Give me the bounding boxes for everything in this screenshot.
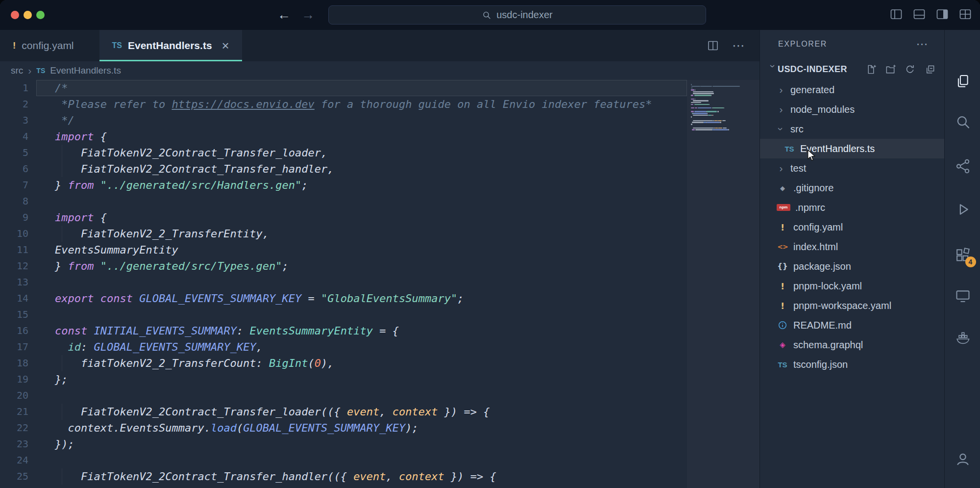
code-lines: 1/*2 *Please refer to https://docs.envio… xyxy=(0,80,760,488)
code-token xyxy=(133,292,139,305)
code-token: event xyxy=(353,470,386,483)
code-line[interactable]: 21 FiatTokenV2_2Contract_Transfer_loader… xyxy=(0,404,760,420)
code-text: }; xyxy=(36,371,687,387)
run-activity-icon[interactable] xyxy=(955,201,971,218)
code-line[interactable]: 23}); xyxy=(0,436,760,452)
close-window-button[interactable] xyxy=(11,11,19,19)
code-line[interactable]: 13 xyxy=(0,274,760,290)
tree-item-test[interactable]: ›test xyxy=(760,158,944,178)
tree-item-pnpm-lock.yaml[interactable]: !pnpm-lock.yaml xyxy=(760,276,944,296)
customize-layout-icon[interactable] xyxy=(958,7,972,21)
back-arrow-icon[interactable]: ← xyxy=(277,7,291,23)
toggle-right-sidebar-icon[interactable] xyxy=(935,7,949,21)
toggle-panel-icon[interactable] xyxy=(912,7,926,21)
tree-item-src[interactable]: ›src xyxy=(760,119,944,139)
code-line[interactable]: 4import { xyxy=(0,128,760,145)
code-token: } xyxy=(55,179,68,191)
code-line[interactable]: 8 xyxy=(0,193,760,209)
split-editor-icon[interactable] xyxy=(707,39,719,52)
tree-item-.gitignore[interactable]: ◆.gitignore xyxy=(760,178,944,198)
line-number: 14 xyxy=(0,290,36,307)
network-activity-icon[interactable] xyxy=(955,158,971,175)
extensions-activity-icon[interactable]: 4 xyxy=(955,247,971,263)
tree-item-generated[interactable]: ›generated xyxy=(760,80,944,100)
code-line[interactable]: 2 *Please refer to https://docs.envio.de… xyxy=(0,96,760,112)
new-folder-icon[interactable] xyxy=(885,64,896,75)
code-line[interactable]: 9import { xyxy=(0,209,760,226)
code-line[interactable]: 15 xyxy=(0,307,760,323)
account-activity-icon[interactable] xyxy=(955,451,971,467)
breadcrumb-item[interactable]: src xyxy=(11,65,23,76)
code-line[interactable]: 22 context.EventsSummary.load(GLOBAL_EVE… xyxy=(0,420,760,436)
code-line[interactable]: 3 */ xyxy=(0,112,760,128)
code-line[interactable]: 11EventsSummaryEntity xyxy=(0,242,760,258)
tree-item-label: README.md xyxy=(793,320,852,331)
code-line[interactable]: 10 FiatTokenV2_2_TransferEntity, xyxy=(0,226,760,242)
code-editor[interactable]: 1/*2 *Please refer to https://docs.envio… xyxy=(0,80,760,488)
tree-item-pnpm-workspace.yaml[interactable]: !pnpm-workspace.yaml xyxy=(760,296,944,315)
code-line[interactable]: 20 xyxy=(0,387,760,404)
code-line[interactable]: 1/* xyxy=(0,80,760,96)
tree-item-package.json[interactable]: {}package.json xyxy=(760,257,944,276)
files-activity-icon[interactable] xyxy=(955,73,971,90)
code-line[interactable]: 14export const GLOBAL_EVENTS_SUMMARY_KEY… xyxy=(0,290,760,307)
code-token: "GlobalEventsSummary" xyxy=(321,292,457,305)
tree-item-EventHandlers.ts[interactable]: TSEventHandlers.ts xyxy=(760,139,944,158)
zoom-window-button[interactable] xyxy=(36,11,45,19)
close-tab-icon[interactable]: × xyxy=(222,38,229,53)
code-line[interactable]: 17 id: GLOBAL_EVENTS_SUMMARY_KEY, xyxy=(0,339,760,355)
tree-item-index.html[interactable]: <>index.html xyxy=(760,237,944,257)
code-line[interactable]: 12} from "../generated/src/Types.gen"; xyxy=(0,258,760,274)
code-line[interactable]: 16const INITIAL_EVENTS_SUMMARY: EventsSu… xyxy=(0,323,760,339)
tree-item-README.md[interactable]: README.md xyxy=(760,315,944,335)
code-token xyxy=(55,341,68,353)
collapse-folders-icon[interactable] xyxy=(924,64,935,75)
code-line[interactable]: 26 const summary = context.EventsSummary… xyxy=(0,485,760,488)
editor-more-actions-icon[interactable]: ⋯ xyxy=(732,39,745,52)
code-token: FiatTokenV2_2_TransferEntity, xyxy=(55,228,269,240)
code-line[interactable]: 18 fiatTokenV2_2_TransferCount: BigInt(0… xyxy=(0,355,760,371)
tree-item-.npmrc[interactable]: npm.npmrc xyxy=(760,198,944,217)
tree-item-schema.graphql[interactable]: ◈schema.graphql xyxy=(760,335,944,355)
explorer-more-icon[interactable]: ⋯ xyxy=(916,38,929,50)
tab-EventHandlers.ts[interactable]: TSEventHandlers.ts× xyxy=(99,30,242,61)
tree-item-node_modules[interactable]: ›node_modules xyxy=(760,100,944,119)
code-token: = { xyxy=(373,325,399,337)
line-number: 23 xyxy=(0,436,36,452)
code-token: export xyxy=(55,292,94,305)
minimap[interactable] xyxy=(687,80,760,488)
tree-item-label: tsconfig.json xyxy=(793,359,848,370)
docker-activity-icon[interactable] xyxy=(955,330,971,346)
code-text: */ xyxy=(36,112,687,128)
minimize-window-button[interactable] xyxy=(24,11,32,19)
minimap-line xyxy=(691,109,758,111)
code-line[interactable]: 19}; xyxy=(0,371,760,387)
toggle-left-sidebar-icon[interactable] xyxy=(889,7,903,21)
tab-config.yaml[interactable]: !config.yaml xyxy=(0,30,87,61)
code-token: , xyxy=(379,406,392,418)
chevron-down-icon: › xyxy=(767,64,779,74)
line-number: 13 xyxy=(0,274,36,290)
refresh-explorer-icon[interactable] xyxy=(905,64,916,75)
code-line[interactable]: 5 FiatTokenV2_2Contract_Transfer_loader, xyxy=(0,145,760,161)
breadcrumb-item[interactable]: EventHandlers.ts xyxy=(50,65,121,76)
code-token: ; xyxy=(282,260,289,272)
remote-activity-icon[interactable] xyxy=(955,287,971,304)
code-text: FiatTokenV2_2Contract_Transfer_loader, xyxy=(36,145,687,161)
code-line[interactable]: 24 xyxy=(0,452,760,468)
tree-item-tsconfig.json[interactable]: TStsconfig.json xyxy=(760,355,944,374)
code-text: id: GLOBAL_EVENTS_SUMMARY_KEY, xyxy=(36,339,687,355)
project-section-header[interactable]: › USDC-INDEXER xyxy=(760,58,944,80)
forward-arrow-icon[interactable]: → xyxy=(301,7,315,23)
ts-icon: TS xyxy=(36,67,45,75)
minimap-line xyxy=(691,102,758,103)
tree-item-config.yaml[interactable]: !config.yaml xyxy=(760,217,944,237)
code-line[interactable]: 7} from "../generated/src/Handlers.gen"; xyxy=(0,177,760,193)
command-center-search[interactable]: usdc-indexer xyxy=(328,5,706,25)
code-token: load xyxy=(211,422,237,434)
search-activity-icon[interactable] xyxy=(955,114,971,130)
code-line[interactable]: 6 FiatTokenV2_2Contract_Transfer_handler… xyxy=(0,161,760,177)
code-token: */ xyxy=(55,114,74,127)
new-file-icon[interactable] xyxy=(865,64,877,75)
code-line[interactable]: 25 FiatTokenV2_2Contract_Transfer_handle… xyxy=(0,468,760,485)
